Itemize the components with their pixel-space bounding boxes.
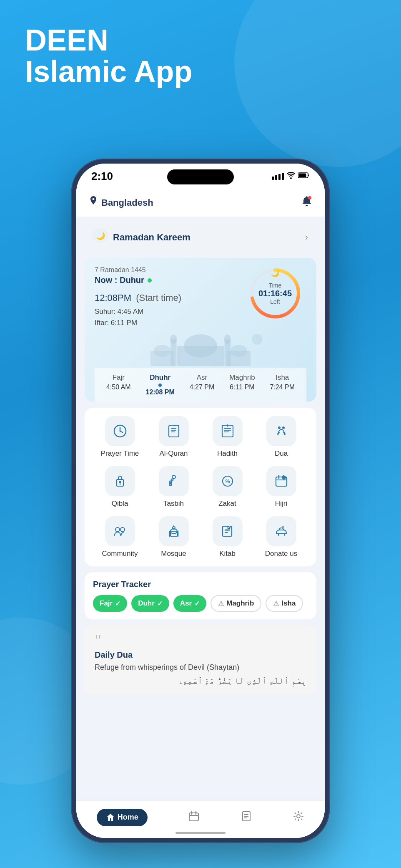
tracker-pill-isha[interactable]: ⚠ Isha: [266, 595, 303, 612]
prayer-col-fajr[interactable]: Fajr 4:50 AM: [106, 373, 131, 396]
prayer-col-dhuhr[interactable]: Dhuhr 12:08 PM: [145, 373, 174, 396]
svg-point-46: [120, 527, 125, 532]
svg-point-45: [115, 527, 120, 532]
icon-tasbih[interactable]: Tasbih: [153, 466, 195, 508]
icon-dua[interactable]: Dua: [261, 416, 302, 458]
mosque-label: Mosque: [161, 550, 186, 558]
prayer-time-display: 12:08PM (Start time): [95, 287, 244, 303]
battery-icon: [298, 172, 310, 181]
active-indicator: [148, 278, 152, 283]
icon-prayer-time[interactable]: Prayer Time: [99, 416, 141, 458]
prayer-time-value: 12:08: [95, 293, 118, 303]
mosque-icon: [159, 516, 189, 546]
active-prayer-dot: [158, 384, 162, 387]
ramadan-banner[interactable]: 🌙 Ramadan Kareem ›: [85, 222, 316, 252]
asr-pill-label: Asr: [180, 599, 192, 608]
asr-name: Asr: [197, 373, 208, 382]
icon-hijri[interactable]: Hijri: [261, 466, 302, 508]
tracker-title: Prayer Tracker: [93, 580, 308, 589]
duhr-pill-label: Duhr: [138, 599, 155, 608]
tracker-pill-maghrib[interactable]: ⚠ Maghrib: [211, 595, 261, 612]
maghrib-pill-label: Maghrib: [226, 599, 254, 608]
location-text: Bangladesh: [101, 197, 153, 208]
icon-al-quran[interactable]: Al-Quran: [153, 416, 195, 458]
tracker-pill-duhr[interactable]: Duhr ✓: [131, 595, 169, 612]
status-icons: [272, 172, 310, 181]
tracker-pill-fajr[interactable]: Fajr ✓: [93, 595, 127, 612]
phone-container: 2:10: [71, 159, 330, 843]
tracker-pill-asr[interactable]: Asr ✓: [173, 595, 206, 612]
svg-text:🌙: 🌙: [96, 231, 105, 240]
bell-icon[interactable]: [301, 195, 312, 210]
icon-donate[interactable]: Donate us: [261, 516, 302, 558]
nav-home-button[interactable]: Home: [97, 809, 148, 826]
countdown-time-value: 01:16:45: [258, 289, 292, 298]
tracker-pills: Fajr ✓ Duhr ✓ Asr ✓ ⚠ Ma: [93, 595, 308, 612]
svg-point-30: [282, 426, 285, 429]
svg-point-9: [184, 334, 217, 358]
countdown-inner: Time 01:16:45 Left: [258, 282, 292, 305]
isha-exclaim-icon: ⚠: [273, 600, 279, 608]
svg-point-11: [170, 335, 177, 344]
bg-decoration-circle-1: [234, 0, 401, 167]
icon-qibla[interactable]: Qibla: [99, 466, 141, 508]
chevron-right-icon: ›: [305, 232, 308, 243]
svg-point-67: [297, 815, 300, 818]
maghrib-time: 6:11 PM: [230, 384, 255, 391]
nav-calendar[interactable]: [188, 810, 200, 825]
icon-row-1: Prayer Time: [93, 416, 308, 458]
svg-point-15: [154, 345, 170, 357]
community-icon: [105, 516, 135, 546]
svg-line-20: [120, 431, 123, 432]
status-bar: 2:10: [76, 164, 325, 189]
icon-mosque[interactable]: Mosque: [153, 516, 195, 558]
asr-check-icon: ✓: [194, 600, 200, 608]
kitab-icon: [213, 516, 243, 546]
svg-point-29: [278, 426, 281, 429]
icon-hadith[interactable]: Hadith: [207, 416, 248, 458]
phone-inner: 2:10: [76, 164, 325, 838]
ramadan-left: 🌙 Ramadan Kareem: [93, 228, 190, 246]
tasbih-icon: [159, 466, 189, 496]
tasbih-label: Tasbih: [163, 500, 184, 508]
start-time-label: (Start time): [136, 293, 181, 303]
prayer-info: 7 Ramadan 1445 Now : Duhur 12:08PM (Star…: [95, 266, 244, 328]
zakat-label: Zakat: [218, 500, 236, 508]
svg-point-17: [231, 345, 247, 357]
location-area: Bangladesh: [89, 196, 153, 209]
home-nav-label: Home: [118, 813, 138, 822]
ramadan-mosque-icon: 🌙: [93, 228, 108, 246]
dua-label: Dua: [275, 449, 288, 458]
mosque-silhouette: [95, 333, 306, 366]
kitab-label: Kitab: [219, 550, 236, 558]
fajr-name: Fajr: [113, 373, 125, 382]
prayer-col-maghrib[interactable]: Maghrib 6:11 PM: [229, 373, 255, 396]
prayer-col-isha[interactable]: Isha 7:24 PM: [270, 373, 295, 396]
icon-kitab[interactable]: Kitab: [207, 516, 248, 558]
prayer-time-icon: [105, 416, 135, 446]
qibla-label: Qibla: [112, 500, 128, 508]
icon-zakat[interactable]: % Zakat: [207, 466, 248, 508]
icon-row-3: Community: [93, 516, 308, 558]
hijri-icon: [266, 466, 296, 496]
prayer-col-asr[interactable]: Asr 4:27 PM: [190, 373, 215, 396]
community-label: Community: [102, 550, 138, 558]
svg-point-34: [172, 475, 175, 479]
status-time: 2:10: [91, 170, 113, 183]
app-title-line1: DEEN: [25, 25, 192, 55]
al-quran-icon: [159, 416, 189, 446]
now-label: Now : Duhur: [95, 275, 144, 285]
svg-point-44: [282, 475, 286, 479]
icon-row-2: Qibla: [93, 466, 308, 508]
nav-quran[interactable]: [241, 810, 252, 825]
donate-icon: [266, 516, 296, 546]
calendar-nav-icon: [188, 810, 200, 825]
nav-settings[interactable]: [293, 810, 304, 825]
suhur-label: Suhur: 4:45 AM: [95, 306, 244, 317]
asr-time: 4:27 PM: [190, 384, 215, 391]
icon-community[interactable]: Community: [99, 516, 141, 558]
svg-point-51: [173, 527, 175, 529]
hadith-icon: [213, 416, 243, 446]
location-pin-icon: [89, 196, 98, 209]
prayer-card-top: 7 Ramadan 1445 Now : Duhur 12:08PM (Star…: [95, 266, 306, 328]
